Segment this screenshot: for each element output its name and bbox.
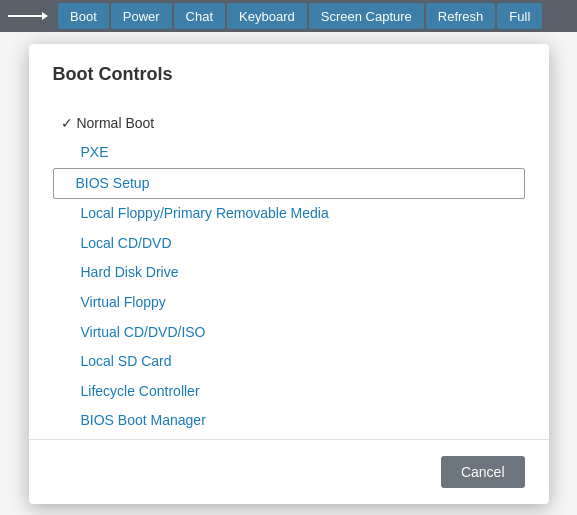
boot-option-virtual-cd-dvd-iso[interactable]: Virtual CD/DVD/ISO — [53, 318, 525, 348]
boot-option-normal-boot[interactable]: Normal Boot — [53, 109, 525, 139]
boot-option-bios-boot-manager[interactable]: BIOS Boot Manager — [53, 406, 525, 430]
boot-option-local-floppy[interactable]: Local Floppy/Primary Removable Media — [53, 199, 525, 229]
boot-option-bios-setup[interactable]: BIOS Setup — [53, 168, 525, 200]
boot-option-pxe[interactable]: PXE — [53, 138, 525, 168]
nav-tab-boot[interactable]: Boot — [58, 3, 109, 29]
nav-tab-screen-capture[interactable]: Screen Capture — [309, 3, 424, 29]
nav-tab-keyboard[interactable]: Keyboard — [227, 3, 307, 29]
top-nav: Boot Power Chat Keyboard Screen Capture … — [0, 0, 577, 32]
nav-tab-full[interactable]: Full — [497, 3, 542, 29]
boot-option-virtual-floppy[interactable]: Virtual Floppy — [53, 288, 525, 318]
main-content: Boot Controls Normal Boot PXE BIOS Setup… — [0, 32, 577, 515]
modal-header: Boot Controls — [29, 44, 549, 101]
nav-tab-power[interactable]: Power — [111, 3, 172, 29]
boot-option-local-cd-dvd[interactable]: Local CD/DVD — [53, 229, 525, 259]
arrow-indicator — [8, 8, 48, 24]
boot-controls-modal: Boot Controls Normal Boot PXE BIOS Setup… — [29, 44, 549, 504]
modal-body: Normal Boot PXE BIOS Setup Local Floppy/… — [29, 101, 549, 431]
nav-tab-refresh[interactable]: Refresh — [426, 3, 496, 29]
svg-marker-1 — [42, 12, 48, 20]
modal-title: Boot Controls — [53, 64, 173, 84]
boot-option-hard-disk-drive[interactable]: Hard Disk Drive — [53, 258, 525, 288]
boot-option-lifecycle-controller[interactable]: Lifecycle Controller — [53, 377, 525, 407]
boot-option-local-sd-card[interactable]: Local SD Card — [53, 347, 525, 377]
boot-options-list: Normal Boot PXE BIOS Setup Local Floppy/… — [53, 109, 525, 431]
nav-tab-chat[interactable]: Chat — [174, 3, 225, 29]
cancel-button[interactable]: Cancel — [441, 456, 525, 488]
modal-footer: Cancel — [29, 439, 549, 504]
